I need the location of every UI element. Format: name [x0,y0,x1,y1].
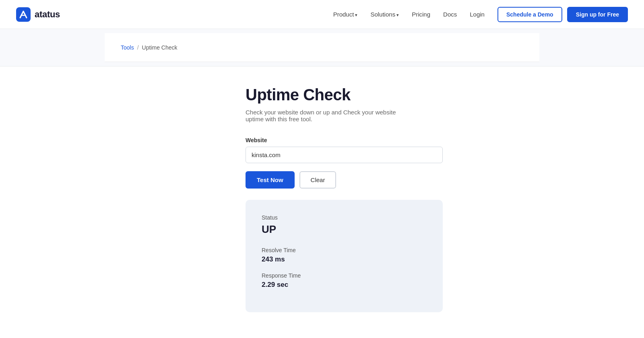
breadcrumb: Tools / Uptime Check [105,33,539,62]
nav-item-solutions[interactable]: Solutions [370,11,399,18]
nav-item-docs[interactable]: Docs [443,11,457,18]
nav-link-product[interactable]: Product [333,11,358,18]
nav-link-pricing[interactable]: Pricing [412,11,430,18]
svg-rect-0 [16,7,31,22]
resolve-time-value: 243 ms [262,255,427,263]
resolve-time-section: Resolve Time 243 ms [262,247,427,263]
response-time-value: 2.29 sec [262,281,427,289]
nav-item-login[interactable]: Login [470,11,485,18]
page-title: Uptime Check [246,86,398,104]
logo-icon [16,7,31,22]
page-description: Check your website down or up and Check … [246,109,398,122]
breadcrumb-bar: Tools / Uptime Check [0,29,644,66]
status-value: UP [262,223,427,236]
nav-item-pricing[interactable]: Pricing [412,11,430,18]
navbar: atatus Product Solutions Pricing Docs Lo… [0,0,644,29]
nav-actions: Schedule a Demo Sign up for Free [497,7,628,22]
test-now-button[interactable]: Test Now [246,171,295,189]
signup-button[interactable]: Sign up for Free [567,7,628,22]
schedule-demo-button[interactable]: Schedule a Demo [497,7,562,22]
response-time-section: Response Time 2.29 sec [262,272,427,289]
action-buttons: Test Now Clear [246,171,398,189]
brand-name: atatus [35,9,60,20]
clear-button[interactable]: Clear [299,171,336,189]
website-label: Website [246,137,398,143]
nav-links: Product Solutions Pricing Docs Login [333,11,485,18]
nav-link-solutions[interactable]: Solutions [370,11,399,18]
status-label: Status [262,214,427,221]
breadcrumb-current: Uptime Check [142,44,178,51]
website-form-group: Website [246,137,398,163]
logo-link[interactable]: atatus [16,7,60,22]
result-card: Status UP Resolve Time 243 ms Response T… [246,200,443,312]
status-section: Status UP [262,214,427,236]
nav-link-login[interactable]: Login [470,11,485,18]
breadcrumb-separator: / [137,44,139,51]
website-input[interactable] [246,147,443,163]
nav-link-docs[interactable]: Docs [443,11,457,18]
response-time-label: Response Time [262,272,427,279]
nav-item-product[interactable]: Product [333,11,358,18]
main-content: Uptime Check Check your website down or … [141,66,503,332]
resolve-time-label: Resolve Time [262,247,427,253]
breadcrumb-parent-link[interactable]: Tools [121,44,134,51]
